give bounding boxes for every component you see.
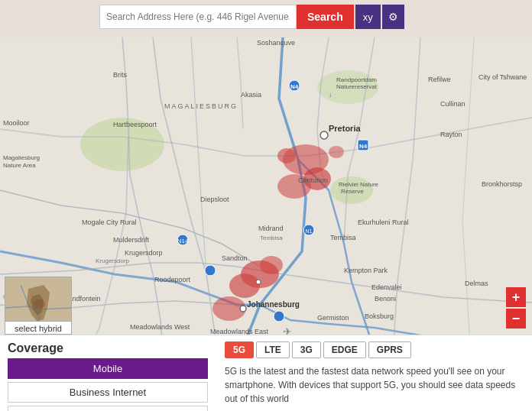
svg-text:Muldersdrift: Muldersdrift [113, 236, 150, 244]
svg-text:Rielvlei Nature: Rielvlei Nature [339, 181, 379, 188]
svg-text:MAGALIESBURG: MAGALIESBURG [164, 102, 238, 110]
svg-text:Sandton: Sandton [222, 254, 248, 262]
svg-text:Johannesburg: Johannesburg [247, 300, 300, 309]
select-hybrid-button[interactable]: select hybrid [5, 321, 72, 335]
zoom-controls: + − [506, 287, 526, 328]
svg-text:Brits: Brits [113, 71, 128, 79]
map-container[interactable]: N4 N4 N14 N1 Pretoria Johannesburg Brits… [0, 0, 532, 411]
svg-text:Refilwe: Refilwe [428, 76, 451, 83]
tab-gprs[interactable]: GPRS [368, 341, 411, 358]
svg-text:Soshanquve: Soshanquve [257, 39, 295, 47]
svg-point-8 [229, 273, 260, 298]
coverage-description: 5G is the latest and the fastest data ne… [225, 364, 523, 406]
svg-text:Rayton: Rayton [440, 131, 462, 138]
zoom-out-button[interactable]: − [506, 309, 526, 328]
svg-text:Edenvalei: Edenvalei [371, 283, 402, 291]
svg-rect-23 [274, 311, 284, 322]
svg-text:Boksburg: Boksburg [365, 312, 394, 320]
left-panel: Coverage Mobile Business Internet Home I… [0, 335, 216, 411]
zoom-in-button[interactable]: + [506, 287, 526, 307]
svg-text:N1: N1 [306, 228, 313, 234]
tab-5g[interactable]: 5G [225, 341, 254, 358]
svg-text:Akasia: Akasia [241, 91, 261, 99]
svg-text:Diepsloot: Diepsloot [200, 196, 229, 203]
xy-button[interactable]: xy [355, 5, 381, 29]
svg-text:Mogale City Rural: Mogale City Rural [82, 218, 137, 226]
svg-text:Reserve: Reserve [341, 188, 364, 195]
svg-text:Midrand: Midrand [258, 225, 284, 232]
svg-text:Meadowlands West: Meadowlands West [130, 323, 190, 331]
business-internet-button[interactable]: Business Internet [8, 382, 208, 403]
svg-text:Nature Area: Nature Area [3, 162, 36, 169]
search-input[interactable] [99, 5, 297, 29]
svg-text:Krugersdorp: Krugersdorp [96, 257, 130, 264]
svg-text:↓: ↓ [329, 92, 332, 99]
svg-text:Cullinan: Cullinan [440, 100, 466, 108]
svg-text:Centurion: Centurion [298, 176, 328, 184]
coverage-title: Coverage [0, 335, 216, 358]
svg-text:Bronkhorstsp: Bronkhorstsp [482, 180, 522, 188]
svg-text:Roodepoort: Roodepoort [154, 276, 191, 283]
svg-text:Naturereservat: Naturereservat [336, 83, 378, 90]
svg-text:Delmas: Delmas [465, 280, 488, 287]
svg-text:N4: N4 [290, 83, 299, 90]
svg-point-15 [256, 280, 261, 284]
tab-lte[interactable]: LTE [256, 341, 290, 358]
home-internet-button[interactable]: Home Internet [8, 406, 208, 411]
svg-point-9 [260, 256, 283, 274]
svg-rect-22 [205, 265, 216, 276]
right-panel: 5G LTE 3G EDGE GPRS 5G is the latest and… [216, 335, 532, 411]
mobile-button[interactable]: Mobile [8, 358, 208, 379]
svg-text:Hartbeespoort: Hartbeespoort [113, 121, 157, 128]
svg-text:Mooiloor: Mooiloor [3, 119, 30, 127]
svg-point-14 [240, 306, 246, 312]
svg-text:N14: N14 [177, 238, 189, 244]
svg-text:Tembisa: Tembisa [260, 235, 283, 241]
svg-text:Ekurhuleni Rural: Ekurhuleni Rural [358, 218, 409, 226]
search-bar: Search xy ⚙ [99, 5, 404, 29]
svg-text:Randpoortdam: Randpoortdam [336, 76, 377, 83]
tab-3g[interactable]: 3G [292, 341, 321, 358]
settings-button[interactable]: ⚙ [382, 5, 404, 29]
svg-text:Pretoria: Pretoria [329, 124, 361, 133]
svg-text:Krugersdorp: Krugersdorp [125, 249, 163, 257]
svg-text:Germiston: Germiston [317, 314, 349, 322]
svg-point-12 [329, 146, 344, 158]
search-button[interactable]: Search [297, 5, 354, 29]
svg-point-13 [320, 131, 328, 139]
svg-text:Tembisa: Tembisa [330, 234, 356, 241]
tab-edge[interactable]: EDGE [323, 341, 366, 358]
svg-text:Magaliesburg: Magaliesburg [3, 154, 40, 161]
svg-text:City of Tshwane: City of Tshwane [478, 73, 527, 81]
svg-text:Kempton Park: Kempton Park [344, 267, 388, 274]
bottom-panel: Coverage Mobile Business Internet Home I… [0, 335, 532, 411]
svg-text:Benoni: Benoni [375, 295, 396, 303]
svg-text:N4: N4 [359, 143, 368, 150]
coverage-tabs: 5G LTE 3G EDGE GPRS [225, 341, 523, 358]
svg-point-11 [277, 148, 296, 163]
svg-rect-0 [0, 37, 532, 374]
